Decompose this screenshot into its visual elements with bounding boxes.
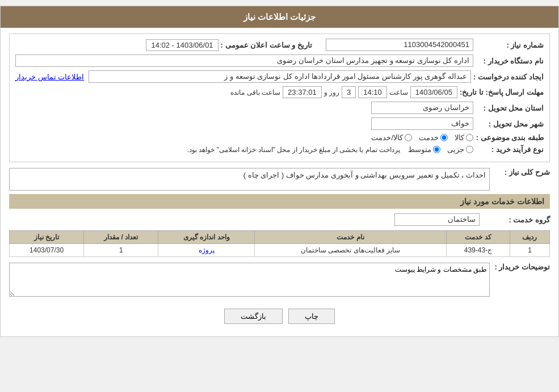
- namDastgah-label: نام دستگاه خریدار :: [476, 57, 544, 65]
- radio-jozei-input[interactable]: [466, 146, 473, 153]
- shomareNiaz-value: 1103004542000451: [326, 39, 473, 51]
- noeFarayand-radio-group: جزیی متوسط: [408, 145, 473, 154]
- radio-khedmat-label: خدمت: [419, 133, 439, 142]
- rooz-label: روز و: [324, 88, 339, 96]
- namDastgah-row: نام دستگاه خریدار : اداره کل نوسازی توسع…: [15, 54, 544, 67]
- sharh-section: شرح کلی نیاز : احداث ، تکمیل و تعمیر سرو…: [9, 168, 550, 191]
- radio-motevaset: متوسط: [408, 145, 440, 154]
- services-header: اطلاعات خدمات مورد نیاز: [9, 194, 550, 209]
- col-name: نام خدمت: [255, 231, 447, 244]
- sharh-value: احداث ، تکمیل و تعمیر سرویس بهداشتی و آب…: [243, 171, 486, 179]
- toseif-label: توضیحات خریدار :: [493, 263, 550, 271]
- cell-vahed: پروژه: [158, 244, 255, 257]
- vahed-link[interactable]: پروژه: [199, 246, 215, 254]
- radio-kala-input[interactable]: [466, 134, 473, 141]
- radio-khedmat: خدمت: [419, 133, 448, 142]
- print-button[interactable]: چاپ: [288, 309, 335, 324]
- date-value: 1403/06/05: [410, 86, 457, 98]
- time-value: 14:10: [358, 86, 387, 98]
- table-row: 1 ج-43-439 سایر فعالیت‌های تخصصی ساختمان…: [10, 244, 550, 257]
- radio-kala-khedmat: کالا/خدمت: [371, 133, 412, 142]
- tabaqe-label: طبقه بندی موضوعی :: [476, 133, 544, 142]
- mohlatErsal-label: مهلت ارسال پاسخ: تا تاریخ:: [460, 88, 544, 96]
- shomareNiaz-row: شماره نیاز : 1103004542000451 تاریخ و سا…: [15, 39, 544, 51]
- col-kod: کد خدمت: [446, 231, 510, 244]
- col-vahed: واحد اندازه گیری: [158, 231, 255, 244]
- shahr-value: خواف: [371, 117, 473, 130]
- cell-name: سایر فعالیت‌های تخصصی ساختمان: [255, 244, 447, 257]
- toseif-textarea[interactable]: [9, 263, 490, 297]
- shahr-label: شهر محل تحویل :: [476, 120, 544, 128]
- tabaqe-row: طبقه بندی موضوعی : کالا خدمت کالا/خدمت: [15, 133, 544, 142]
- shomareNiaz-label: شماره نیاز :: [476, 41, 544, 49]
- cell-kod: ج-43-439: [446, 244, 510, 257]
- page-header: جزئیات اطلاعات نیاز: [1, 6, 558, 28]
- ostan-row: استان محل تحویل : خراسان رضوی: [15, 102, 544, 114]
- grooh-row: گروه خدمت : ساختمان: [9, 213, 550, 226]
- ijadKonande-value: عبداله گوهری پور کارشناس مسئول امور قرار…: [89, 70, 471, 83]
- radio-kala-label: کالا: [455, 133, 464, 142]
- ostan-label: استان محل تحویل :: [476, 104, 544, 112]
- col-radif: ردیف: [510, 231, 549, 244]
- services-table-wrapper: ردیف کد خدمت نام خدمت واحد اندازه گیری ت…: [9, 230, 550, 257]
- namDastgah-value: اداره کل نوسازی توسعه و تجهیز مدارس استا…: [15, 54, 473, 67]
- mohlatErsal-row: مهلت ارسال پاسخ: تا تاریخ: 1403/06/05 سا…: [15, 86, 544, 98]
- buttons-row: چاپ بازگشت: [9, 302, 550, 331]
- rooz-value: 3: [342, 86, 356, 98]
- radio-kala-khedmat-label: کالا/خدمت: [371, 133, 403, 142]
- tarikh-elan-label: تاریخ و ساعت اعلان عمومی :: [221, 41, 312, 49]
- grooh-label: گروه خدمت :: [482, 216, 550, 224]
- radio-kala-khedmat-input[interactable]: [405, 134, 412, 141]
- time-label: ساعت: [389, 88, 408, 96]
- radio-motevaset-input[interactable]: [433, 146, 440, 153]
- col-tedaad: تعداد / مقدار: [84, 231, 158, 244]
- radio-motevaset-label: متوسط: [408, 145, 431, 154]
- radio-jozei-label: جزیی: [447, 145, 464, 154]
- cell-tarikh: 1403/07/30: [10, 244, 84, 257]
- ijadKonande-row: ایجاد کننده درخواست : عبداله گوهری پور ک…: [15, 70, 544, 83]
- cell-tedaad: 1: [84, 244, 158, 257]
- noeFarayand-label: نوع فرآیند خرید :: [476, 145, 544, 154]
- col-tarikh: تاریخ نیاز: [10, 231, 84, 244]
- ijadKonande-link[interactable]: اطلاعات تماس خریدار: [15, 73, 84, 81]
- services-table: ردیف کد خدمت نام خدمت واحد اندازه گیری ت…: [9, 230, 550, 257]
- back-button[interactable]: بازگشت: [224, 309, 283, 324]
- shahr-row: شهر محل تحویل : خواف: [15, 117, 544, 130]
- radio-kala: کالا: [455, 133, 473, 142]
- tarikh-elan-value: 1403/06/01 - 14:02: [146, 39, 218, 51]
- tabaqe-radio-group: کالا خدمت کالا/خدمت: [371, 133, 473, 142]
- cell-radif: 1: [510, 244, 549, 257]
- main-form: شماره نیاز : 1103004542000451 تاریخ و سا…: [9, 33, 550, 162]
- grooh-value: ساختمان: [394, 213, 480, 226]
- radio-jozei: جزیی: [447, 145, 473, 154]
- radio-khedmat-input[interactable]: [440, 134, 448, 141]
- remaining-value: 23:37:01: [283, 86, 322, 98]
- ijadKonande-label: ایجاد کننده درخواست :: [473, 73, 544, 81]
- page-title: جزئیات اطلاعات نیاز: [243, 12, 316, 22]
- sharh-label: شرح کلی نیاز :: [493, 168, 550, 176]
- toseif-section: توضیحات خریدار :: [9, 263, 550, 298]
- ostan-value: خراسان رضوی: [371, 102, 473, 114]
- noeFarayand-desc: پرداخت تمام یا بخشی از مبلغ خریدار از مح…: [187, 146, 400, 154]
- remaining-label: ساعت باقی مانده: [230, 88, 280, 96]
- noeFarayand-row: نوع فرآیند خرید : جزیی متوسط پرداخت تمام…: [15, 145, 544, 154]
